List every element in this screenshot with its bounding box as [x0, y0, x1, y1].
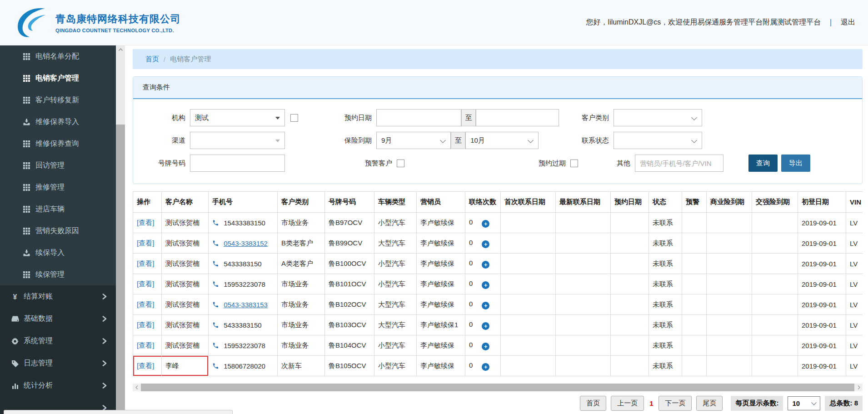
cell-plate-number: 鲁B104OCV	[325, 335, 374, 356]
pagination-bar: 首页 上一页 1 下一页 尾页 每页显示条数: 10 总条数: 8	[133, 396, 863, 411]
page-size-select[interactable]: 10	[788, 396, 820, 410]
sidebar-subitem[interactable]: 营销失败原因	[0, 220, 116, 242]
contact-status-select[interactable]	[614, 132, 702, 149]
phone-number[interactable]: 15953223078	[224, 342, 265, 349]
column-header: 首次联系日期	[501, 192, 556, 213]
add-contact-icon[interactable]	[482, 302, 489, 309]
next-page-button[interactable]: 下一页	[658, 396, 692, 411]
channel-select[interactable]	[190, 132, 285, 149]
sidebar-subitem[interactable]: 续保导入	[0, 242, 116, 264]
appointment-date-from-input[interactable]	[376, 109, 461, 126]
scroll-right-icon[interactable]	[855, 384, 863, 391]
cell-last-contact-date	[556, 233, 611, 254]
query-panel-title: 查询条件	[133, 77, 862, 99]
cell-customer-name: 李峰	[162, 356, 209, 376]
prev-page-button[interactable]: 上一页	[611, 396, 644, 411]
cell-commercial-insurance-due	[707, 274, 752, 294]
cell-warning	[682, 294, 707, 315]
org-select[interactable]: 测试	[190, 109, 285, 126]
sidebar-subitem[interactable]: 续保管理	[0, 264, 116, 285]
horizontal-scrollbar[interactable]	[133, 384, 863, 391]
customer-category-select[interactable]	[614, 109, 702, 126]
add-contact-icon[interactable]	[482, 220, 489, 228]
phone-number[interactable]: 5433383150	[224, 321, 261, 329]
cell-customer-name: 测试张贺楠	[162, 294, 209, 315]
view-link[interactable]: [查看]	[137, 341, 154, 349]
cell-warning	[682, 233, 707, 254]
scroll-left-icon[interactable]	[133, 384, 140, 391]
sidebar-scrollbar[interactable]	[116, 45, 125, 414]
cell-compulsory-insurance-due	[752, 335, 798, 356]
other-search-input[interactable]	[635, 155, 723, 172]
view-link[interactable]: [查看]	[137, 219, 154, 226]
other-label: 其他	[603, 159, 630, 168]
phone-number[interactable]: 15433383150	[224, 219, 265, 227]
sidebar-menu-item[interactable]: ¥ 结算对账	[0, 285, 116, 308]
logout-link[interactable]: 退出	[841, 18, 855, 27]
insurance-due-from-select[interactable]: 9月	[376, 132, 451, 149]
cell-contact-count: 0	[465, 274, 501, 294]
sidebar-subitem[interactable]: 进店车辆	[0, 198, 116, 220]
sidebar-menu-item[interactable]: 基础数据	[0, 308, 116, 330]
sidebar-subitem[interactable]: 电销名单分配	[0, 45, 116, 67]
current-page-number: 1	[649, 399, 653, 407]
cell-appointment-date	[611, 315, 649, 335]
cell-status: 未联系	[649, 274, 682, 294]
phone-number[interactable]: 15953223078	[224, 280, 265, 288]
view-link[interactable]: [查看]	[137, 280, 154, 288]
appointment-date-to-input[interactable]	[476, 109, 559, 126]
cell-customer-category: 市场业务	[278, 213, 325, 233]
cell-first-contact-date	[501, 335, 556, 356]
view-link[interactable]: [查看]	[137, 362, 154, 369]
phone-number[interactable]: 5433383150	[224, 260, 261, 268]
scroll-up-icon[interactable]	[116, 45, 125, 54]
sidebar-subitem[interactable]: 电销客户管理	[0, 67, 116, 89]
phone-number[interactable]: 0543-3383153	[224, 301, 268, 309]
grid-icon	[22, 206, 31, 213]
date-to-label: 至	[461, 109, 476, 126]
table-row: [查看] 测试张贺楠 0543-3383153 市场业务 鲁B102OCV 大型…	[133, 294, 863, 315]
breadcrumb-home-link[interactable]: 首页	[145, 55, 159, 64]
phone-number[interactable]: 15806728020	[224, 362, 265, 370]
add-contact-icon[interactable]	[482, 363, 489, 371]
add-contact-icon[interactable]	[482, 322, 489, 330]
phone-icon	[212, 342, 219, 349]
cell-warning	[682, 213, 707, 233]
org-checkbox[interactable]	[290, 114, 298, 122]
sidebar-menu-item[interactable]: 日志管理	[0, 352, 116, 374]
appointment-overdue-checkbox[interactable]	[570, 160, 578, 167]
sidebar-subitem[interactable]: 维修保养导入	[0, 111, 116, 133]
last-page-button[interactable]: 尾页	[696, 396, 723, 411]
view-link[interactable]: [查看]	[137, 321, 154, 329]
warning-customer-checkbox[interactable]	[397, 160, 404, 167]
add-contact-icon[interactable]	[482, 261, 489, 269]
view-link[interactable]: [查看]	[137, 239, 154, 247]
date-to-label: 至	[451, 132, 465, 149]
search-button[interactable]: 查询	[748, 155, 778, 172]
column-header: 预约日期	[611, 192, 649, 213]
view-link[interactable]: [查看]	[137, 259, 154, 267]
cell-customer-category: 市场业务	[278, 294, 325, 315]
horizontal-scrollbar-thumb[interactable]	[141, 384, 854, 391]
sidebar-scrollbar-thumb[interactable]	[116, 125, 125, 414]
grid-icon	[22, 271, 31, 278]
sidebar-subitem[interactable]: 客户转移复新	[0, 89, 116, 111]
cell-plate-number: 鲁B100OCV	[325, 254, 374, 274]
sidebar-subitem[interactable]: 回访管理	[0, 155, 116, 176]
contact-status-label: 联系状态	[566, 136, 609, 145]
sidebar-menu-item[interactable]: 统计分析	[0, 374, 116, 397]
add-contact-icon[interactable]	[482, 281, 489, 289]
first-page-button[interactable]: 首页	[580, 396, 606, 411]
cell-vehicle-type: 大型汽车	[374, 315, 417, 335]
company-name-en: QINGDAO COUNTNET TECHNOLOGY CO.,LTD.	[55, 28, 181, 33]
sidebar-menu-item[interactable]: 系统管理	[0, 330, 116, 352]
insurance-due-to-select[interactable]: 10月	[465, 132, 539, 149]
export-button[interactable]: 导出	[781, 155, 810, 172]
sidebar-subitem[interactable]: 推修管理	[0, 176, 116, 198]
view-link[interactable]: [查看]	[137, 300, 154, 308]
plate-number-input[interactable]	[190, 155, 285, 172]
sidebar-subitem[interactable]: 维修保养查询	[0, 133, 116, 155]
phone-number[interactable]: 0543-3383152	[224, 239, 268, 247]
add-contact-icon[interactable]	[482, 240, 489, 248]
add-contact-icon[interactable]	[482, 343, 489, 350]
